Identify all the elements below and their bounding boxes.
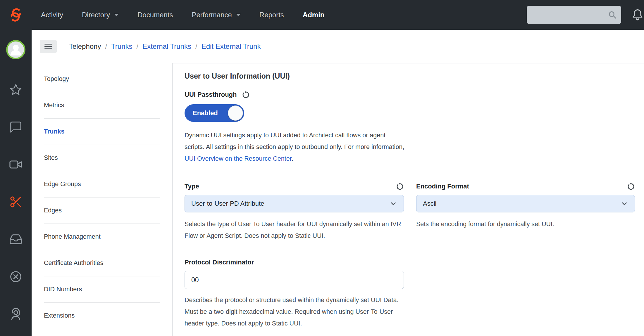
chevron-down-icon [390,200,397,207]
section-title: User to User Information (UUI) [185,72,635,80]
sidebar-item-label: Extensions [44,312,75,319]
sidebar-item-topology[interactable]: Topology [44,66,160,92]
type-select-value: User-to-User PD Attribute [191,200,264,207]
chat-icon[interactable] [8,120,23,134]
search-input[interactable] [527,6,621,24]
caret-down-icon [236,14,241,16]
sidebar-item-extensions[interactable]: Extensions [44,303,160,329]
encoding-format-select[interactable]: Ascii [416,195,635,212]
breadcrumb-bar: Telephony / Trunks / External Trunks / E… [32,30,644,63]
encoding-reset-button[interactable] [627,183,635,190]
nav-item-activity[interactable]: Activity [41,11,63,19]
breadcrumb-separator: / [105,42,107,51]
chevron-down-icon [621,200,628,207]
sidebar-item-edges[interactable]: Edges [44,198,160,224]
sidebar-item-label: Trunks [44,128,65,135]
sidebar-item-certificate-authorities[interactable]: Certificate Authorities [44,250,160,276]
nav-item-performance[interactable]: Performance [192,11,240,19]
app-icon-rail [0,30,32,336]
reset-undo-icon [396,183,404,190]
uui-passthrough-label-row: UUI Passthrough [185,90,635,99]
notifications-button[interactable] [631,8,644,22]
breadcrumb-separator: / [137,42,139,51]
sidebar-item-sites[interactable]: Sites [44,145,160,171]
protocol-help-text: Describes the protocol or structure used… [185,294,407,329]
primary-nav: Activity Directory Documents Performance… [41,11,325,19]
type-help-text: Selects the type of User To User header … [185,218,404,242]
sidebar-item-phone-management[interactable]: Phone Management [44,224,160,250]
sidebar-item-metrics[interactable]: Metrics [44,92,160,119]
sidebar-item-did-numbers[interactable]: DID Numbers [44,276,160,303]
protocol-discriminator-label: Protocol Discriminator [185,258,254,267]
reset-undo-icon [242,91,250,99]
sidebar-item-label: Metrics [44,102,64,109]
uui-passthrough-label: UUI Passthrough [185,90,237,99]
favorites-star-icon[interactable] [8,82,23,97]
description-text: Dynamic UUI settings apply to UUI added … [185,132,404,150]
app-window: Activity Directory Documents Performance… [0,0,644,336]
type-field-group: Type User-to-User PD Attribute [185,182,404,242]
type-reset-button[interactable] [396,183,404,190]
encoding-select-value: Ascii [423,200,436,207]
type-select[interactable]: User-to-User PD Attribute [185,195,404,212]
type-label: Type [185,182,199,191]
genesys-logo[interactable] [0,7,32,23]
uui-description: Dynamic UUI settings apply to UUI added … [185,129,407,164]
nav-item-directory[interactable]: Directory [82,11,119,19]
sidebar-item-label: Edges [44,207,62,214]
breadcrumb-separator: / [195,42,197,51]
scissors-disconnect-icon[interactable] [8,195,23,209]
nav-label: Directory [82,11,110,19]
protocol-discriminator-input[interactable] [185,271,404,289]
nav-label: Admin [303,11,325,19]
uui-passthrough-toggle[interactable]: Enabled [185,104,244,122]
nav-item-reports[interactable]: Reports [259,11,284,19]
inbox-icon[interactable] [8,232,23,247]
sidebar-item-label: DID Numbers [44,286,82,293]
telephony-settings-sidebar: Topology Metrics Trunks Sites Edge Group… [32,63,173,336]
menu-toggle-button[interactable] [40,40,57,53]
toggle-state-label: Enabled [193,109,218,117]
genesys-logo-icon [8,7,24,23]
circle-x-icon[interactable] [8,269,23,284]
description-text: . [292,155,293,162]
sidebar-item-trunks[interactable]: Trunks [44,119,160,145]
top-navigation-bar: Activity Directory Documents Performance… [0,0,644,30]
nav-label: Reports [259,11,284,19]
user-avatar[interactable] [6,40,26,60]
sidebar-item-edge-groups[interactable]: Edge Groups [44,171,160,198]
encoding-help-text: Sets the encoding format for dynamically… [416,218,635,230]
nav-item-documents[interactable]: Documents [137,11,173,19]
agent-headset-icon[interactable] [8,307,23,321]
uui-passthrough-reset-button[interactable] [242,91,250,99]
breadcrumb: Telephony / Trunks / External Trunks / E… [69,42,261,51]
nav-label: Documents [137,11,173,19]
uui-form-grid: Type User-to-User PD Attribute [185,182,635,242]
nav-label: Performance [192,11,232,19]
topbar-right-controls [527,6,644,24]
uui-settings-panel: User to User Information (UUI) UUI Passt… [173,63,644,336]
hamburger-icon [44,44,52,49]
toggle-knob [228,105,243,121]
bell-icon [631,8,644,22]
nav-label: Activity [41,11,63,19]
uui-overview-link[interactable]: UUI Overview on the Resource Center [185,155,292,162]
sidebar-item-label: Edge Groups [44,181,81,188]
breadcrumb-item-telephony: Telephony [69,42,101,51]
reset-undo-icon [627,183,635,190]
breadcrumb-item-edit-external-trunk[interactable]: Edit External Trunk [202,42,261,51]
protocol-discriminator-group: Protocol Discriminator Describes the pro… [185,258,407,329]
video-icon[interactable] [8,157,23,172]
caret-down-icon [114,14,119,16]
avatar-icon [6,40,26,60]
sidebar-item-label: Topology [44,75,69,83]
sidebar-item-label: Sites [44,154,58,162]
search-icon [608,10,617,20]
breadcrumb-item-trunks[interactable]: Trunks [111,42,132,51]
nav-item-admin[interactable]: Admin [303,11,325,19]
breadcrumb-item-external-trunks[interactable]: External Trunks [142,42,191,51]
sidebar-item-label: Certificate Authorities [44,259,103,267]
encoding-field-group: Encoding Format Ascii [416,182,635,242]
sidebar-item-label: Phone Management [44,233,101,240]
encoding-format-label: Encoding Format [416,182,469,191]
